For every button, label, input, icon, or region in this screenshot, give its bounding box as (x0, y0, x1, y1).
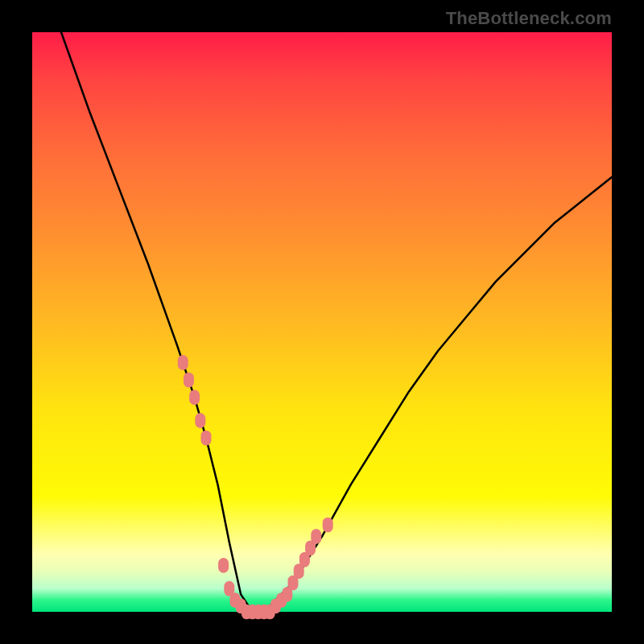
marker-dot (178, 355, 188, 370)
marker-dot (218, 558, 229, 573)
chart-frame: TheBottleneck.com (0, 0, 644, 644)
marker-dot (184, 373, 194, 388)
curve-layer (32, 32, 612, 612)
marker-dot (323, 518, 333, 533)
plot-area (32, 32, 612, 612)
watermark-text: TheBottleneck.com (446, 8, 612, 29)
marker-dot (189, 390, 200, 405)
marker-dot (195, 413, 205, 428)
marker-dot (311, 529, 321, 544)
main-curve (61, 32, 612, 612)
marker-group (178, 355, 333, 619)
marker-dot (201, 431, 212, 446)
